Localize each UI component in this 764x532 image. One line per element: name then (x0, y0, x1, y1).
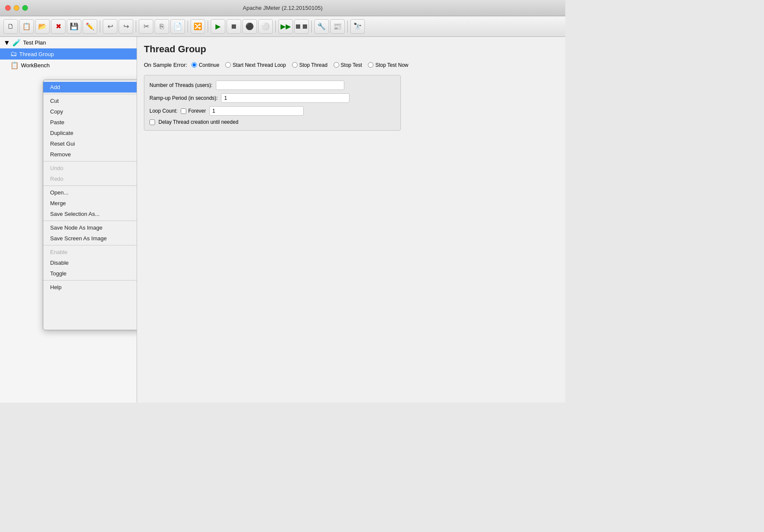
enable-label: Enable (50, 249, 67, 255)
continue-option[interactable]: Continue (191, 62, 219, 68)
toggle-menu-item[interactable]: Toggle ⌘T (43, 268, 137, 279)
sep3 (188, 21, 188, 33)
test-plan-icon: 🧪 (12, 39, 21, 47)
function-helper-button[interactable]: 🔧 (314, 19, 329, 34)
merge-menu-item[interactable]: Merge (43, 198, 137, 209)
loop-count-row: Loop Count: Forever (149, 106, 395, 116)
thread-group-settings: Number of Threads (users): Ramp-up Perio… (144, 75, 401, 131)
open-template-button[interactable]: 📋 (19, 19, 34, 34)
paste-menu-item[interactable]: Paste ⌘V (43, 117, 137, 128)
content-area: Thread Group On Sample Error: Continue S… (137, 37, 565, 403)
undo-menu-item: Undo (43, 163, 137, 173)
remote-start-button[interactable]: ▶▶ (278, 19, 293, 34)
new-button[interactable]: 🗋 (3, 19, 18, 34)
clear-button[interactable]: ⚪ (258, 19, 273, 34)
delay-creation-row: Delay Thread creation until needed (149, 119, 395, 125)
toolbar: 🗋 📋 📂 ✖ 💾 ✏️ ↩ ↪ ✂ ⎘ 📄 🔀 ▶ ⏹ ⚫ ⚪ ▶▶ ⏹⏹ 🔧… (0, 16, 565, 37)
cut-menu-item[interactable]: Cut ⌘X (43, 96, 137, 106)
help-menu-item[interactable]: Help (43, 282, 137, 293)
workbench-icon: 📋 (10, 61, 19, 69)
title-bar: Apache JMeter (2.12.20150105) (0, 0, 565, 16)
save-node-image-label: Save Node As Image (50, 224, 102, 231)
undo-button[interactable]: ↩ (103, 19, 117, 34)
stop-thread-option[interactable]: Stop Thread (292, 62, 328, 68)
save-selection-menu-item[interactable]: Save Selection As... (43, 209, 137, 219)
stop-test-option[interactable]: Stop Test (334, 62, 362, 68)
sep7 (347, 21, 348, 33)
maximize-window-button[interactable] (22, 5, 28, 11)
sep6 (311, 21, 312, 33)
disable-label: Disable (50, 260, 69, 266)
sep2 (136, 21, 136, 33)
thread-group-icon: 🗂 (10, 50, 17, 58)
save-selection-label: Save Selection As... (50, 211, 100, 217)
menu-sep-3 (43, 185, 137, 186)
open-button[interactable]: 📂 (35, 19, 50, 34)
redo-button[interactable]: ↪ (119, 19, 133, 34)
duplicate-menu-item[interactable]: Duplicate ⇧⌘C (43, 128, 137, 138)
disable-menu-item[interactable]: Disable (43, 257, 137, 268)
minimize-window-button[interactable] (14, 5, 19, 11)
sidebar-item-workbench[interactable]: 📋 WorkBench (0, 60, 137, 71)
copy-label: Copy (50, 108, 63, 115)
save-as-button[interactable]: ✏️ (83, 19, 97, 34)
sep5 (275, 21, 276, 33)
paste-label: Paste (50, 119, 64, 126)
enable-menu-item: Enable (43, 247, 137, 257)
sep4 (208, 21, 208, 33)
menu-sep-4 (43, 221, 137, 221)
start-next-option[interactable]: Start Next Thread Loop (225, 62, 286, 68)
remote-stop-button[interactable]: ⏹⏹ (294, 19, 309, 34)
close-window-button[interactable] (5, 5, 11, 11)
ramp-up-input[interactable] (221, 93, 349, 103)
sep1 (100, 21, 100, 33)
expand-button[interactable]: 🔀 (191, 19, 205, 34)
window-controls (5, 5, 28, 11)
window-title: Apache JMeter (2.12.20150105) (243, 5, 322, 11)
duplicate-label: Duplicate (50, 130, 73, 136)
remove-label: Remove (50, 151, 71, 158)
menu-sep-1 (43, 94, 137, 94)
delay-creation-checkbox[interactable] (149, 120, 155, 125)
save-screen-image-menu-item[interactable]: Save Screen As Image ⇧⌘G (43, 233, 137, 244)
sidebar-item-thread-group[interactable]: 🗂 Thread Group (0, 48, 137, 60)
sample-error-row: On Sample Error: Continue Start Next Thr… (144, 62, 558, 68)
loop-count-input[interactable] (209, 106, 304, 116)
help-button[interactable]: 🔭 (350, 19, 365, 34)
workbench-label: WorkBench (21, 62, 50, 69)
reset-gui-menu-item[interactable]: Reset Gui (43, 138, 137, 149)
stop-test-now-option[interactable]: Stop Test Now (368, 62, 408, 68)
save-node-image-menu-item[interactable]: Save Node As Image ⌘G (43, 222, 137, 233)
sidebar-item-test-plan[interactable]: ▼ 🧪 Test Plan (0, 37, 137, 48)
open-label: Open... (50, 189, 69, 196)
sample-error-options: Continue Start Next Thread Loop Stop Thr… (191, 62, 408, 68)
ramp-up-row: Ramp-up Period (in seconds): (149, 93, 395, 103)
open-menu-item[interactable]: Open... (43, 187, 137, 198)
cut-label: Cut (50, 98, 59, 104)
remove-menu-item[interactable]: Remove Delete (43, 149, 137, 160)
redo-label: Redo (50, 176, 63, 182)
run-button[interactable]: ▶ (211, 19, 225, 34)
redo-menu-item: Redo (43, 173, 137, 184)
reset-gui-label: Reset Gui (50, 140, 75, 147)
num-threads-input[interactable] (216, 81, 344, 90)
add-label: Add (50, 84, 60, 90)
cut-button[interactable]: ✂ (139, 19, 153, 34)
toggle-label: Toggle (50, 270, 66, 277)
stop-button[interactable]: ⏹ (227, 19, 241, 34)
page-title: Thread Group (144, 44, 558, 55)
close-button[interactable]: ✖ (51, 19, 66, 34)
paste-button[interactable]: 📄 (170, 19, 185, 34)
thread-group-label: Thread Group (19, 51, 54, 57)
help-label: Help (50, 284, 62, 290)
copy-button[interactable]: ⎘ (155, 19, 169, 34)
log-button[interactable]: 📰 (330, 19, 345, 34)
copy-menu-item[interactable]: Copy ⌘C (43, 106, 137, 117)
undo-label: Undo (50, 165, 63, 171)
save-screen-image-label: Save Screen As Image (50, 235, 107, 242)
forever-option[interactable]: Forever (181, 108, 206, 114)
save-button[interactable]: 💾 (67, 19, 81, 34)
shutdown-button[interactable]: ⚫ (242, 19, 257, 34)
context-menu: Add ▶ Cut ⌘X Copy ⌘C Paste ⌘V Duplicate (43, 80, 137, 330)
add-menu-item[interactable]: Add ▶ (43, 82, 137, 93)
